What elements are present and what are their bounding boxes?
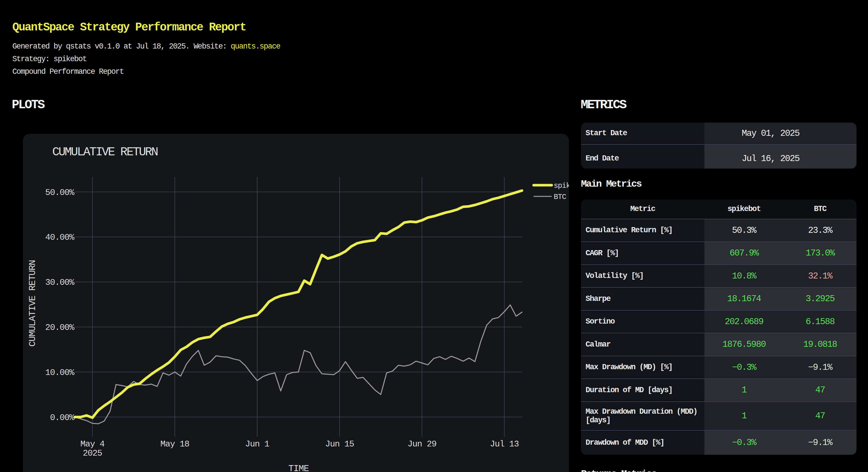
svg-text:40.00%: 40.00% <box>45 233 74 242</box>
svg-text:May 18: May 18 <box>160 439 189 449</box>
svg-text:BTC: BTC <box>554 193 566 201</box>
svg-text:TIME: TIME <box>288 463 309 472</box>
svg-text:10.00%: 10.00% <box>45 368 74 378</box>
svg-text:spikebot: spikebot <box>554 181 569 190</box>
svg-text:Jul 13: Jul 13 <box>490 439 519 449</box>
svg-text:Jun 1: Jun 1 <box>245 439 269 449</box>
svg-text:20.00%: 20.00% <box>45 323 74 332</box>
svg-text:CUMULATIVE RETURN: CUMULATIVE RETURN <box>27 260 38 347</box>
svg-text:0.00%: 0.00% <box>50 413 74 423</box>
svg-text:30.00%: 30.00% <box>45 277 74 287</box>
svg-text:Jun 15: Jun 15 <box>325 439 354 449</box>
svg-text:Jun 29: Jun 29 <box>408 439 437 449</box>
svg-text:May 4: May 4 <box>81 439 104 449</box>
svg-text:50.00%: 50.00% <box>45 188 74 198</box>
svg-text:CUMULATIVE RETURN: CUMULATIVE RETURN <box>52 145 158 159</box>
svg-text:2025: 2025 <box>83 448 102 458</box>
